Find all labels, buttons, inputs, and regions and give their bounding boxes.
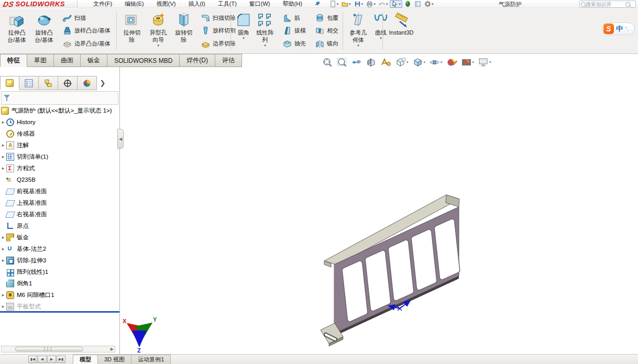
- zoom-to-fit-button[interactable]: [321, 57, 334, 68]
- tree-item-chamfer[interactable]: 倒角1: [0, 278, 118, 289]
- tree-item-annotations[interactable]: ▸ 注解: [0, 139, 118, 151]
- search-input[interactable]: [586, 2, 625, 7]
- first-tab-button[interactable]: ▮◀: [28, 356, 37, 363]
- expand-arrow-icon[interactable]: ▸: [0, 304, 6, 309]
- tree-item-flat-pattern[interactable]: ▸ 平板型式: [0, 301, 118, 312]
- boundary-cut-button[interactable]: 边界切除: [199, 38, 238, 49]
- select-tool-button[interactable]: ▾: [390, 0, 402, 8]
- display-style-button[interactable]: ▾: [411, 57, 427, 68]
- expand-arrow-icon[interactable]: ▸: [0, 292, 6, 297]
- tree-item-base-flange[interactable]: ▸ 基体-法兰2: [0, 243, 118, 255]
- expand-arrow-icon[interactable]: ▸: [0, 142, 6, 148]
- sheet-metal-part-model[interactable]: [312, 186, 469, 355]
- expand-arrow-icon[interactable]: ▸: [0, 258, 6, 263]
- motion-study-tab[interactable]: 运动算例1: [131, 355, 171, 364]
- menu-edit[interactable]: 编辑(E): [118, 0, 150, 8]
- properties-button[interactable]: [413, 0, 422, 8]
- extrude-cut-button[interactable]: 拉伸切 除: [119, 9, 145, 53]
- instant3d-button[interactable]: Instant3D: [386, 9, 417, 53]
- menu-view[interactable]: 视图(V): [150, 0, 182, 8]
- search-scope-icon[interactable]: [581, 2, 586, 7]
- tree-item-origin[interactable]: 原点: [0, 220, 118, 231]
- tab-weldments[interactable]: 焊件(D): [180, 54, 215, 67]
- propertymanager-tab[interactable]: [19, 76, 39, 90]
- menu-insert[interactable]: 插入(I): [182, 0, 211, 8]
- zoom-to-area-button[interactable]: [335, 57, 348, 68]
- tree-item-front-plane[interactable]: 前视基准面: [0, 185, 118, 197]
- last-tab-button[interactable]: ▶▮: [57, 356, 65, 363]
- print-button[interactable]: ▾: [365, 0, 377, 8]
- dimxpertmanager-tab[interactable]: [58, 76, 78, 90]
- extrude-boss-button[interactable]: 拉伸凸 台/基体: [3, 9, 30, 53]
- displaymanager-tab[interactable]: [78, 76, 97, 90]
- shell-button[interactable]: 抽壳: [281, 38, 308, 49]
- edit-appearance-button[interactable]: [445, 57, 458, 68]
- hide-show-items-button[interactable]: ▾: [428, 57, 444, 68]
- model-tab[interactable]: 模型: [73, 355, 98, 364]
- section-view-button[interactable]: [365, 57, 378, 68]
- menu-file[interactable]: 文件(F): [87, 0, 118, 8]
- tree-horizontal-scrollbar[interactable]: ▏▏▏ ▶: [1, 346, 115, 352]
- featuremanager-tab[interactable]: [0, 76, 19, 90]
- tree-item-equations[interactable]: ▸ 方程式: [0, 162, 118, 174]
- tree-item-top-plane[interactable]: 上视基准面: [0, 197, 118, 208]
- tab-evaluate[interactable]: 评估: [215, 54, 242, 67]
- ime-language-mode[interactable]: 中: [616, 24, 623, 34]
- loft-boss-button[interactable]: 放样凸台/基体: [61, 26, 113, 36]
- design-checker-button[interactable]: [403, 0, 412, 8]
- rollback-bar[interactable]: [0, 311, 119, 313]
- boundary-boss-button[interactable]: 边界凸台/基体: [61, 38, 113, 49]
- tree-item-linear-pattern[interactable]: 阵列(线性)1: [0, 266, 118, 278]
- panel-tabs-expand-icon[interactable]: ❯: [97, 76, 108, 90]
- tab-features[interactable]: 特征: [0, 54, 27, 67]
- tree-item-material[interactable]: Q235B: [0, 174, 118, 185]
- view-annotations-button[interactable]: [379, 57, 392, 68]
- reference-geometry-button[interactable]: 参考几 何体 ▾: [346, 9, 371, 53]
- undo-button[interactable]: ▾: [378, 0, 389, 8]
- swept-cut-button[interactable]: 扫描切除: [199, 13, 238, 23]
- search-icon[interactable]: [625, 2, 630, 7]
- wrap-button[interactable]: 包覆: [313, 13, 340, 23]
- expand-arrow-icon[interactable]: ▸: [0, 154, 6, 159]
- tab-sketch[interactable]: 草图: [27, 54, 54, 67]
- sweep-button[interactable]: 扫描: [61, 13, 113, 23]
- open-file-button[interactable]: ▾: [340, 0, 352, 8]
- tree-item-history[interactable]: ▸ History: [0, 116, 118, 128]
- tree-item-sensors[interactable]: 传感器: [0, 128, 118, 139]
- tree-item-cut-extrude[interactable]: ▸ 切除-拉伸3: [0, 255, 118, 266]
- tree-item-m6-slot[interactable]: ▸ M6 间隙槽口1: [0, 289, 118, 301]
- panel-collapse-handle[interactable]: ◀: [117, 129, 124, 149]
- configurationmanager-tab[interactable]: [39, 76, 58, 90]
- next-tab-button[interactable]: ▶: [47, 356, 56, 363]
- mirror-button[interactable]: 镜向: [313, 38, 340, 49]
- view-settings-button[interactable]: ▾: [477, 57, 492, 68]
- draft-button[interactable]: 拔模: [281, 26, 308, 36]
- 3d-views-tab[interactable]: 3D 视图: [98, 355, 131, 364]
- tree-item-cutlist[interactable]: ▸ 切割清单(1): [0, 151, 118, 162]
- options-gear-button[interactable]: ▾: [423, 0, 435, 8]
- expand-arrow-icon[interactable]: ▸: [0, 235, 6, 240]
- intersect-button[interactable]: 相交: [313, 26, 340, 36]
- tree-filter-bar[interactable]: [1, 91, 118, 105]
- revolve-boss-button[interactable]: 旋转凸 台/基体: [30, 9, 58, 53]
- tree-root-part[interactable]: 气源防护 (默认<<默认>_显示状态 1>): [0, 105, 118, 116]
- expand-arrow-icon[interactable]: ▸: [0, 166, 6, 171]
- previous-view-button[interactable]: [350, 57, 363, 68]
- tab-sheet-metal[interactable]: 钣金: [81, 54, 107, 67]
- expand-arrow-icon[interactable]: ▸: [0, 119, 6, 125]
- expand-arrow-icon[interactable]: ▸: [0, 246, 6, 251]
- lofted-cut-button[interactable]: 放样切割: [199, 26, 238, 36]
- pin-menu-icon[interactable]: [312, 0, 322, 9]
- new-file-button[interactable]: ▾: [328, 0, 340, 8]
- save-button[interactable]: ▾: [353, 0, 365, 8]
- menu-window[interactable]: 窗口(W): [243, 0, 277, 8]
- scroll-right-icon[interactable]: ▶: [111, 347, 115, 351]
- view-orientation-button[interactable]: ▾: [394, 57, 410, 68]
- tree-item-sheet-metal[interactable]: ▸ 钣金: [0, 231, 118, 243]
- scrollbar-thumb[interactable]: ▏▏▏: [15, 347, 83, 351]
- apply-scene-button[interactable]: ▾: [460, 57, 476, 68]
- sogou-ime-icon[interactable]: S: [603, 24, 614, 34]
- tab-surfaces[interactable]: 曲面: [54, 54, 81, 67]
- previous-tab-button[interactable]: ◀: [38, 356, 47, 363]
- revolve-cut-button[interactable]: 旋转切 除: [172, 9, 196, 53]
